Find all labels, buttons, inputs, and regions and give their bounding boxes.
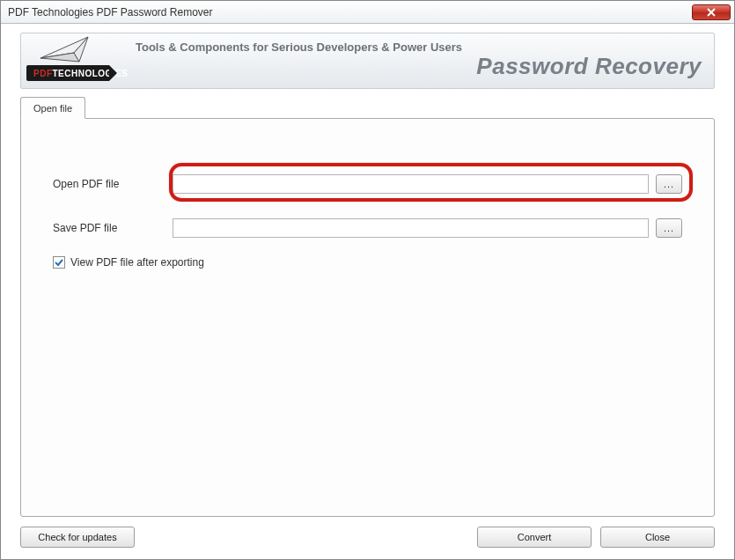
tab-open-file[interactable]: Open file <box>20 97 85 119</box>
logo: PDF TECHNOLOGIES <box>26 35 109 86</box>
button-label: Close <box>645 532 670 542</box>
titlebar: PDF Technologies PDF Password Remover <box>1 1 734 24</box>
logo-text-pdf: PDF <box>33 69 53 78</box>
logo-text-tech: TECHNOLOGIES <box>53 69 129 78</box>
save-file-browse-button[interactable]: ... <box>656 218 682 238</box>
open-file-row: Open PDF file ... <box>53 172 682 196</box>
convert-button[interactable]: Convert <box>477 527 592 548</box>
save-file-label: Save PDF file <box>53 222 173 234</box>
checkmark-icon <box>55 258 63 267</box>
open-file-label: Open PDF file <box>53 178 173 190</box>
app-heading: Password Recovery <box>476 53 702 80</box>
tagline: Tools & Components for Serious Developer… <box>136 41 462 54</box>
button-label: Convert <box>518 532 552 542</box>
tab-panel: Open PDF file ... Save PDF file ... <box>20 118 715 517</box>
window-title: PDF Technologies PDF Password Remover <box>8 6 213 18</box>
close-button[interactable]: Close <box>600 527 715 548</box>
view-after-label: View PDF file after exporting <box>70 256 204 269</box>
footer: Check for updates Convert Close <box>20 517 715 549</box>
content-area: PDF TECHNOLOGIES Tools & Components for … <box>1 24 734 559</box>
app-window: PDF Technologies PDF Password Remover PD… <box>0 0 735 560</box>
open-file-browse-button[interactable]: ... <box>656 174 682 194</box>
save-file-row: Save PDF file ... <box>53 216 682 240</box>
ellipsis-icon: ... <box>664 223 674 233</box>
close-icon <box>707 8 716 17</box>
view-after-checkbox[interactable] <box>53 256 65 269</box>
logo-badge: PDF TECHNOLOGIES <box>26 65 109 81</box>
tabstrip: Open file <box>20 96 715 118</box>
paper-plane-icon <box>39 35 100 65</box>
button-label: Check for updates <box>38 532 116 542</box>
save-file-input[interactable] <box>173 218 649 238</box>
banner: PDF TECHNOLOGIES Tools & Components for … <box>20 33 715 89</box>
check-updates-button[interactable]: Check for updates <box>20 527 135 548</box>
open-file-input[interactable] <box>173 174 649 194</box>
view-after-row: View PDF file after exporting <box>53 256 682 269</box>
footer-right-group: Convert Close <box>477 527 715 548</box>
ellipsis-icon: ... <box>664 179 674 189</box>
tab-label: Open file <box>33 103 72 114</box>
window-close-button[interactable] <box>692 4 731 20</box>
